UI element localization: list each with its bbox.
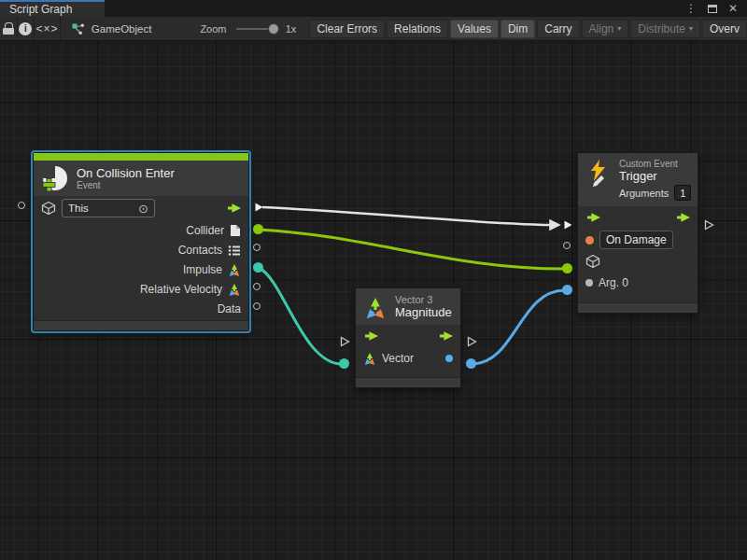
arguments-label: Arguments [619, 188, 669, 199]
graph-toolbar: i <×> GameObject Zoom 1x Clear Errors Re… [0, 17, 747, 41]
code-icon: <×> [35, 22, 58, 35]
port-vector-input[interactable] [339, 358, 349, 369]
exec-arrow-icon [675, 212, 690, 223]
event-name-field[interactable]: On Damage [599, 231, 673, 249]
gameobject-cube-icon [585, 254, 600, 269]
port-arg0-input[interactable] [562, 285, 572, 295]
vector3-icon [228, 283, 241, 296]
relations-button[interactable]: Relations [387, 20, 448, 38]
port-impulse-output[interactable] [253, 262, 263, 273]
wire-magnitude-to-arg0[interactable] [472, 290, 565, 364]
exec-arrow-icon [438, 330, 453, 342]
port-event-name-input[interactable] [563, 242, 571, 249]
port-label: Vector [382, 352, 414, 365]
port-exec-output[interactable] [253, 202, 264, 213]
port-exec-output[interactable] [703, 219, 714, 231]
node-footer [356, 377, 460, 387]
maximize-icon[interactable] [708, 5, 717, 13]
port-collider-output[interactable] [253, 224, 263, 234]
clear-errors-button[interactable]: Clear Errors [309, 20, 385, 38]
port-this-input[interactable] [18, 202, 25, 209]
kebab-menu-icon[interactable]: ⋮ [685, 3, 697, 14]
node-subtitle: Event [77, 180, 175, 190]
node-title: On Collision Enter [77, 166, 175, 180]
this-object-field[interactable]: This ⊙ [62, 199, 155, 217]
zoom-label: Zoom [200, 23, 226, 35]
node-category: Vector 3 [395, 294, 452, 305]
zoom-value: 1x [286, 23, 297, 35]
port-label: Impulse [183, 263, 222, 276]
chevron-down-icon: ▾ [617, 24, 621, 33]
window-controls: ⋮ ✕ [685, 0, 747, 17]
object-picker-icon[interactable]: ⊙ [138, 203, 148, 215]
node-title: Trigger [619, 169, 691, 183]
script-graph-icon [72, 22, 85, 35]
info-button[interactable]: i [18, 17, 35, 41]
port-magnitude-output[interactable] [466, 358, 476, 369]
title-bar: Script Graph ⋮ ✕ [0, 0, 747, 17]
exec-arrow-icon [363, 330, 378, 342]
node-footer [34, 320, 248, 330]
zoom-slider[interactable] [236, 22, 279, 35]
gameobject-context[interactable]: GameObject [61, 22, 162, 35]
vector3-icon [363, 352, 376, 365]
toolbar-buttons: Clear Errors Relations Values Dim Carry … [309, 20, 747, 38]
code-view-button[interactable]: <×> [35, 17, 61, 41]
tab-script-graph[interactable]: Script Graph [0, 0, 105, 17]
script-graph-window: Script Graph ⋮ ✕ i <×> GameObject [0, 0, 747, 560]
info-icon: i [19, 22, 32, 35]
dim-toggle[interactable]: Dim [500, 20, 535, 38]
values-toggle[interactable]: Values [450, 20, 499, 38]
lock-button[interactable] [0, 17, 18, 41]
wire-exec-collision-to-trigger[interactable] [262, 207, 557, 225]
collision-event-icon [41, 164, 69, 192]
port-exec-output[interactable] [466, 336, 477, 347]
collider-document-icon [230, 224, 241, 237]
node-custom-event-trigger[interactable]: Custom Event Trigger Arguments 1 [577, 152, 698, 314]
node-vector3-magnitude[interactable]: Vector 3 Magnitude Vector [355, 287, 461, 388]
port-label: Data [218, 302, 241, 315]
node-on-collision-enter[interactable]: On Collision Enter Event This ⊙ Collider [33, 152, 249, 331]
exec-arrow-icon [226, 203, 241, 214]
arguments-count-field[interactable]: 1 [674, 185, 691, 201]
node-title: Magnitude [395, 305, 452, 319]
lock-icon [3, 22, 14, 35]
distribute-dropdown[interactable]: Distribute▾ [630, 20, 700, 38]
port-label: Contacts [178, 244, 222, 257]
port-label: Collider [186, 224, 224, 237]
port-data-output[interactable] [253, 302, 261, 310]
event-stripe [34, 153, 248, 161]
overview-button[interactable]: Overv [702, 20, 747, 38]
port-label: Arg. 0 [599, 276, 628, 289]
wire-collider-to-target[interactable] [259, 230, 565, 269]
carry-toggle[interactable]: Carry [537, 20, 579, 38]
wire-impulse-to-vector[interactable] [259, 268, 342, 364]
close-icon[interactable]: ✕ [728, 3, 738, 14]
node-category: Custom Event [619, 159, 691, 169]
port-relative-velocity-output[interactable] [253, 283, 261, 290]
argument-input-dot [585, 279, 593, 287]
node-footer [578, 302, 698, 313]
align-dropdown[interactable]: Align▾ [582, 20, 629, 38]
string-input-dot [585, 236, 594, 245]
float-output-dot [445, 355, 453, 362]
port-target-input[interactable] [562, 263, 572, 273]
port-label: Relative Velocity [140, 283, 222, 296]
custom-event-icon [585, 159, 612, 187]
exec-arrow-icon [585, 212, 600, 223]
chevron-down-icon: ▾ [689, 24, 693, 33]
tab-title: Script Graph [9, 3, 72, 16]
port-contacts-output[interactable] [253, 244, 261, 251]
zoom-slider-handle[interactable] [268, 23, 279, 35]
port-exec-input[interactable] [339, 336, 350, 347]
gameobject-cube-icon [41, 201, 56, 216]
vector3-icon [228, 263, 241, 276]
graph-canvas[interactable]: On Collision Enter Event This ⊙ Collider [0, 41, 747, 560]
gameobject-label: GameObject [92, 23, 152, 35]
port-exec-input[interactable] [562, 219, 573, 231]
list-icon [228, 245, 241, 256]
vector3-icon [363, 295, 388, 319]
